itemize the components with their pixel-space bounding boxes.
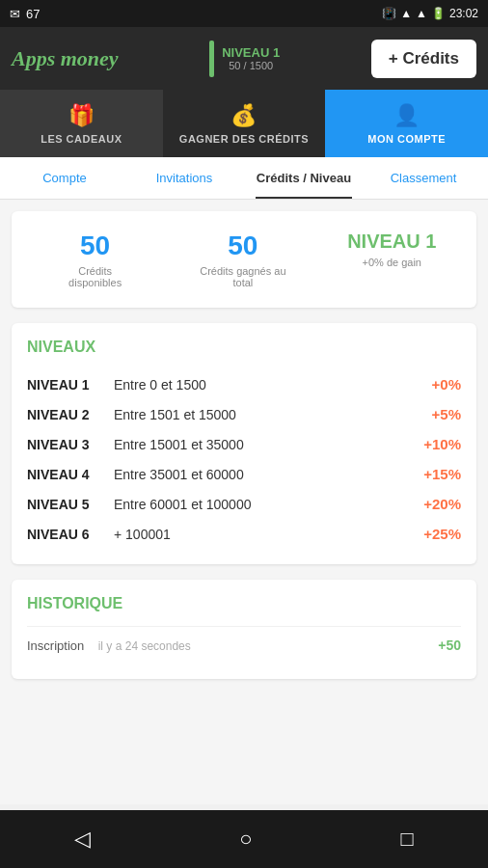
- earn-label: GAGNER DES CRÉDITS: [179, 133, 309, 145]
- history-row-1: Inscription il y a 24 secondes +50: [27, 626, 461, 664]
- messenger-icon: ✉: [10, 7, 20, 21]
- battery-icon: 🔋: [431, 7, 446, 20]
- clock: 23:02: [449, 7, 478, 20]
- niveau-sub: +0% de gain: [347, 257, 436, 268]
- notification-count: 67: [26, 7, 40, 21]
- historique-section: HISTORIQUE Inscription il y a 24 seconde…: [12, 580, 476, 679]
- sub-tab-classement[interactable]: Classement: [364, 157, 483, 199]
- level-3-range: Entre 15001 et 35000: [114, 437, 423, 452]
- vibrate-icon: 📳: [382, 7, 396, 20]
- level-3-bonus: +10%: [423, 436, 461, 452]
- level-row-3: NIVEAU 3 Entre 15001 et 35000 +10%: [27, 429, 461, 459]
- app-header: Apps money NIVEAU 1 50 / 1500 + Crédits: [0, 27, 488, 90]
- level-3-name: NIVEAU 3: [27, 437, 114, 452]
- level-5-name: NIVEAU 5: [27, 497, 114, 512]
- nav-tab-gifts[interactable]: 🎁 LES CADEAUX: [0, 90, 163, 157]
- level-4-range: Entre 35001 et 60000: [114, 467, 423, 482]
- credits-disponibles-label: Crédits disponibles: [52, 265, 139, 288]
- account-label: MON COMPTE: [367, 133, 446, 145]
- level-4-name: NIVEAU 4: [27, 467, 114, 482]
- niveaux-title: NIVEAUX: [27, 339, 461, 356]
- earn-icon: 💰: [230, 103, 258, 128]
- sub-tabs: Compte Invitations Crédits / Niveau Clas…: [0, 157, 488, 200]
- signal-icon: ▲: [416, 7, 427, 20]
- gifts-icon: 🎁: [68, 103, 95, 128]
- history-time: il y a 24 secondes: [98, 639, 191, 653]
- level-6-bonus: +25%: [423, 526, 461, 542]
- nav-tab-earn[interactable]: 💰 GAGNER DES CRÉDITS: [163, 90, 326, 157]
- credits-button[interactable]: + Crédits: [371, 40, 476, 78]
- header-center: NIVEAU 1 50 / 1500: [209, 41, 280, 77]
- credits-gagnes-label: Crédits gagnés au total: [200, 265, 286, 288]
- history-amount: +50: [438, 637, 461, 653]
- level-2-name: NIVEAU 2: [27, 407, 114, 422]
- stat-credits-disponibles: 50 Crédits disponibles: [52, 231, 139, 288]
- level-row-6: NIVEAU 6 + 100001 +25%: [27, 519, 461, 549]
- level-row-2: NIVEAU 2 Entre 1501 et 15000 +5%: [27, 399, 461, 429]
- gifts-label: LES CADEAUX: [41, 133, 122, 145]
- sub-tab-compte[interactable]: Compte: [5, 157, 124, 199]
- level-2-range: Entre 1501 et 15000: [114, 407, 432, 422]
- main-nav: 🎁 LES CADEAUX 💰 GAGNER DES CRÉDITS 👤 MON…: [0, 90, 488, 157]
- credits-gagnes-value: 50: [200, 231, 286, 261]
- credits-disponibles-value: 50: [52, 231, 139, 261]
- status-bar: ✉ 67 📳 ▲ ▲ 🔋 23:02: [0, 0, 488, 27]
- stats-card: 50 Crédits disponibles 50 Crédits gagnés…: [12, 211, 476, 308]
- wifi-icon: ▲: [400, 7, 412, 20]
- sub-tab-credits[interactable]: Crédits / Niveau: [244, 157, 364, 199]
- level-row-1: NIVEAU 1 Entre 0 et 1500 +0%: [27, 369, 461, 399]
- level-info: NIVEAU 1 50 / 1500: [222, 45, 280, 71]
- status-left: ✉ 67: [10, 7, 40, 21]
- stat-credits-gagnes: 50 Crédits gagnés au total: [200, 231, 286, 288]
- bottom-nav: ◁ ○ □: [0, 810, 488, 868]
- progress-bar-indicator: [209, 41, 214, 77]
- level-5-bonus: +20%: [423, 496, 461, 512]
- recent-button[interactable]: □: [372, 817, 443, 861]
- level-1-bonus: +0%: [432, 376, 461, 393]
- content-area: 50 Crédits disponibles 50 Crédits gagnés…: [0, 200, 488, 804]
- niveau-value: NIVEAU 1: [347, 231, 436, 253]
- status-right: 📳 ▲ ▲ 🔋 23:02: [382, 7, 478, 20]
- home-button[interactable]: ○: [210, 817, 281, 861]
- level-4-bonus: +15%: [423, 466, 461, 482]
- level-row-4: NIVEAU 4 Entre 35001 et 60000 +15%: [27, 459, 461, 489]
- account-icon: 👤: [393, 103, 420, 128]
- level-1-name: NIVEAU 1: [27, 377, 114, 393]
- back-button[interactable]: ◁: [45, 817, 120, 861]
- stat-niveau: NIVEAU 1 +0% de gain: [347, 231, 436, 288]
- historique-title: HISTORIQUE: [27, 595, 461, 612]
- history-label: Inscription: [27, 638, 84, 653]
- app-logo: Apps money: [12, 46, 119, 71]
- niveaux-section: NIVEAUX NIVEAU 1 Entre 0 et 1500 +0% NIV…: [12, 323, 476, 564]
- level-label: NIVEAU 1: [222, 45, 280, 60]
- history-row-left: Inscription il y a 24 secondes: [27, 637, 191, 654]
- level-6-range: + 100001: [114, 527, 423, 542]
- level-progress: 50 / 1500: [222, 60, 280, 71]
- level-1-range: Entre 0 et 1500: [114, 377, 432, 393]
- level-row-5: NIVEAU 5 Entre 60001 et 100000 +20%: [27, 489, 461, 519]
- level-6-name: NIVEAU 6: [27, 527, 114, 542]
- nav-tab-account[interactable]: 👤 MON COMPTE: [325, 90, 488, 157]
- level-2-bonus: +5%: [432, 406, 461, 422]
- level-5-range: Entre 60001 et 100000: [114, 497, 423, 512]
- sub-tab-invitations[interactable]: Invitations: [124, 157, 244, 199]
